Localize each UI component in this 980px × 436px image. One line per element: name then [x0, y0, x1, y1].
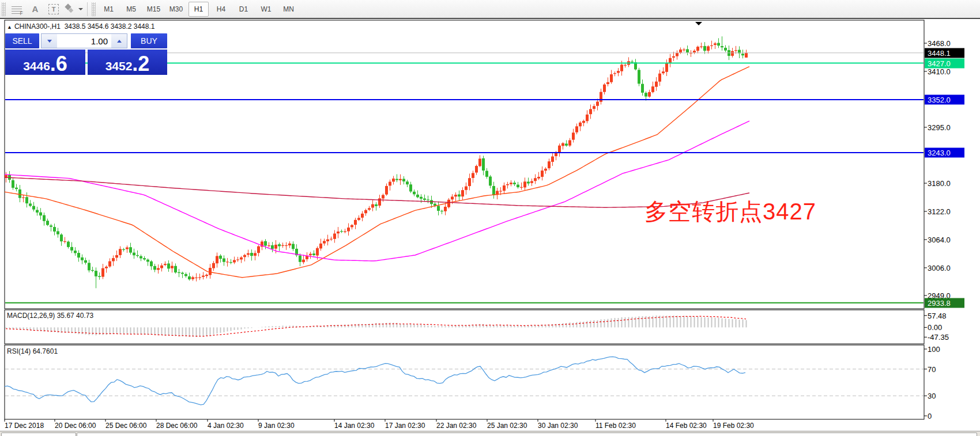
- text-label-icon[interactable]: T: [46, 2, 62, 17]
- buy-price-panel[interactable]: 3452.2: [88, 50, 167, 75]
- volume-increase-button[interactable]: [111, 34, 127, 48]
- time-axis-label: 20 Dec 06:00: [55, 422, 96, 430]
- time-axis-label: 9 Jan 02:30: [258, 422, 295, 430]
- timeframe-button-h1[interactable]: H1: [189, 2, 209, 17]
- boxed-t-glyph: T: [48, 4, 59, 14]
- collapse-arrow-icon[interactable]: ▲: [7, 24, 12, 30]
- ohlc-high: 3454.6: [88, 22, 109, 31]
- time-axis-label: 30 Jan 02:30: [538, 422, 578, 430]
- time-axis-label: 25 Jan 02:30: [487, 422, 527, 430]
- ohlc-close: 3448.1: [134, 22, 155, 31]
- axis-label: -47.35: [928, 333, 949, 342]
- timeframe-button-h4[interactable]: H4: [211, 2, 231, 17]
- diamonds-glyph: [65, 5, 76, 14]
- volume-spinner: [41, 33, 127, 48]
- ohlc-open: 3438.5: [65, 22, 86, 31]
- mt4-window: F A T M1M5M15M30H1H4D1W1MN ▲CHINA300-,H1…: [0, 0, 980, 436]
- one-click-trading-panel: SELL BUY 3446.6 3452.2: [5, 33, 167, 74]
- price-badge: 3448.1: [925, 48, 964, 58]
- timeframe-button-m15[interactable]: M15: [144, 2, 164, 17]
- buy-price-main: 3452: [105, 59, 133, 74]
- chart-ohlc-header: ▲CHINA300-,H1 3438.5 3454.6 3438.2 3448.…: [7, 22, 154, 31]
- chevron-down-icon[interactable]: [78, 8, 83, 13]
- sell-button[interactable]: SELL: [5, 33, 39, 48]
- axis-label: 30: [928, 392, 936, 400]
- timeframe-bar: M1M5M15M30H1H4D1W1MN: [97, 2, 300, 17]
- toolbar-separator: [87, 2, 88, 16]
- axis-label: 3006.0: [928, 263, 951, 272]
- shapes-icon[interactable]: [64, 2, 84, 17]
- time-axis-label: 17 Dec 2018: [5, 422, 44, 430]
- rsi-panel-separator[interactable]: [5, 344, 924, 346]
- time-axis-label: 25 Dec 06:00: [105, 422, 146, 430]
- time-axis-label: 14 Feb 02:30: [666, 422, 707, 430]
- fibonacci-icon[interactable]: F: [9, 2, 25, 17]
- buy-price-pips: .2: [132, 54, 149, 74]
- axis-label: 3180.0: [928, 179, 951, 188]
- axis-label: 3410.0: [928, 67, 951, 75]
- chart-tabs-bar: [0, 431, 980, 436]
- macd-panel-separator[interactable]: [5, 308, 924, 310]
- rsi-label: RSI(14) 64.7601: [7, 347, 58, 355]
- volume-input[interactable]: [57, 34, 111, 48]
- time-axis-label: 19 Feb 02:30: [713, 422, 754, 430]
- text-tool-icon[interactable]: A: [27, 2, 43, 17]
- timeframe-button-m30[interactable]: M30: [166, 2, 186, 17]
- axis-label: 70: [928, 365, 936, 373]
- axis-label: 3468.0: [928, 39, 951, 48]
- fibonacci-lines-glyph: F: [12, 5, 22, 14]
- time-axis-label: 17 Jan 02:30: [385, 422, 425, 430]
- toolbar: F A T M1M5M15M30H1H4D1W1MN: [0, 0, 980, 19]
- price-badge: 3427.0: [925, 58, 964, 68]
- symbol-period: CHINA300-,H1: [14, 22, 61, 31]
- arrow-down-icon: [47, 40, 52, 45]
- time-axis-label: 28 Dec 06:00: [156, 422, 197, 430]
- timeframe-button-w1[interactable]: W1: [256, 2, 276, 17]
- price-badge: 3243.0: [925, 147, 964, 157]
- axis-label: 0.00: [928, 323, 942, 332]
- axis-label: 3122.0: [928, 207, 951, 216]
- ohlc-low: 3438.2: [111, 22, 132, 31]
- volume-decrease-button[interactable]: [42, 34, 57, 48]
- axis-label: 3295.0: [928, 123, 951, 132]
- price-badge: 2933.8: [925, 298, 964, 308]
- chart-text-annotation[interactable]: 多空转折点3427: [644, 196, 816, 228]
- letter-a-glyph: A: [32, 4, 39, 14]
- buy-button[interactable]: BUY: [131, 33, 167, 48]
- toolbar-gripper[interactable]: [2, 2, 6, 16]
- axis-label: 100: [928, 345, 940, 354]
- timeframe-toolbar-gripper[interactable]: [92, 2, 96, 16]
- timeframe-button-m1[interactable]: M1: [99, 2, 119, 17]
- price-badge: 3352.0: [925, 94, 964, 104]
- axis-label: 57.48: [928, 311, 947, 320]
- timeframe-button-mn[interactable]: MN: [278, 2, 299, 17]
- chart-tab-active[interactable]: [1, 433, 76, 436]
- time-axis-label: 11 Feb 02:30: [595, 422, 636, 430]
- axis-label: 0: [928, 412, 932, 420]
- chart-tab-area[interactable]: [77, 433, 977, 436]
- axis-label: 3064.0: [928, 235, 951, 244]
- time-axis-label: 22 Jan 02:30: [436, 422, 476, 430]
- time-axis-label: 14 Jan 02:30: [334, 422, 374, 430]
- timeframe-button-d1[interactable]: D1: [233, 2, 254, 17]
- arrow-up-icon: [117, 37, 122, 43]
- sell-price-panel[interactable]: 3446.6: [5, 50, 85, 75]
- time-axis-label: 4 Jan 02:30: [208, 422, 244, 430]
- sell-price-pips: .6: [50, 54, 67, 74]
- timeframe-button-m5[interactable]: M5: [121, 2, 141, 17]
- macd-label: MACD(12,26,9) 35.67 40.73: [7, 312, 93, 320]
- sell-price-main: 3446: [23, 59, 50, 74]
